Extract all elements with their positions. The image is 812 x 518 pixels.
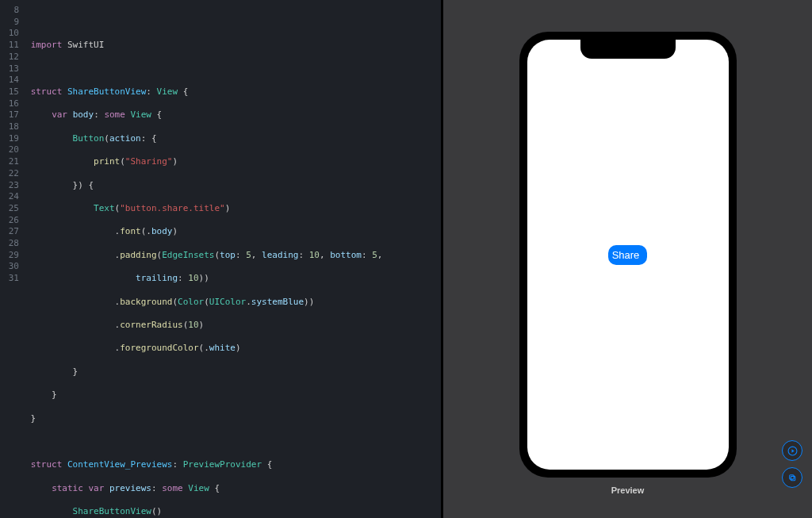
preview-label: Preview [611,485,645,495]
duplicate-icon [787,473,798,483]
svg-rect-2 [789,474,793,478]
play-icon [787,446,798,456]
canvas-controls [782,440,802,488]
svg-rect-1 [791,476,795,480]
preview-canvas[interactable]: Share Preview [443,0,812,518]
code-content[interactable]: import SwiftUI struct ShareButtonView: V… [25,0,441,518]
duplicate-preview-button[interactable] [782,467,802,488]
live-preview-button[interactable] [782,440,802,461]
code-editor[interactable]: 8910111213141516171819202122232425262728… [0,0,441,518]
device-screen: Share [527,40,729,470]
device-frame: Share [519,32,737,478]
share-button[interactable]: Share [608,245,648,265]
line-gutter: 8910111213141516171819202122232425262728… [0,0,25,518]
device-notch [580,40,676,59]
